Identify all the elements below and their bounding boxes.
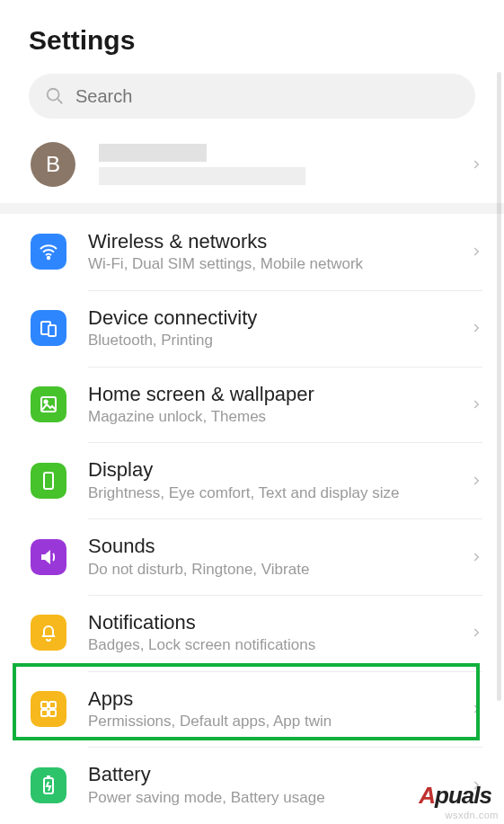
search-icon <box>45 86 65 106</box>
chevron-right-icon <box>470 471 482 491</box>
item-subtitle: Magazine unlock, Themes <box>88 408 470 426</box>
account-text <box>99 144 470 185</box>
item-title: Display <box>88 458 470 482</box>
settings-list: Wireless & networks Wi-Fi, Dual SIM sett… <box>0 214 504 823</box>
item-text: Home screen & wallpaper Magazine unlock,… <box>88 383 470 427</box>
svg-line-1 <box>57 99 62 103</box>
svg-rect-12 <box>49 710 56 716</box>
devices-icon <box>31 310 66 346</box>
chevron-right-icon <box>470 623 482 642</box>
item-notifications[interactable]: Notifications Badges, Lock screen notifi… <box>0 595 504 671</box>
item-text: Notifications Badges, Lock screen notifi… <box>88 611 470 655</box>
settings-screen: Settings B Wireless & networks Wi-Fi, Du… <box>0 0 504 824</box>
search-field[interactable] <box>29 74 475 119</box>
svg-rect-7 <box>44 473 53 489</box>
item-subtitle: Do not disturb, Ringtone, Vibrate <box>88 561 470 579</box>
item-subtitle: Permissions, Default apps, App twin <box>88 713 470 731</box>
svg-point-2 <box>48 257 49 259</box>
item-device-connectivity[interactable]: Device connectivity Bluetooth, Printing <box>0 290 504 367</box>
account-name-redacted <box>99 144 207 162</box>
item-title: Notifications <box>88 611 470 634</box>
svg-rect-9 <box>41 702 48 708</box>
apps-icon <box>31 691 66 727</box>
item-title: Home screen & wallpaper <box>88 383 470 406</box>
brand-watermark: Apuals <box>419 782 491 810</box>
item-text: Wireless & networks Wi-Fi, Dual SIM sett… <box>88 230 470 274</box>
item-apps[interactable]: Apps Permissions, Default apps, App twin <box>0 671 504 748</box>
item-title: Apps <box>88 687 470 711</box>
source-watermark: wsxdn.com <box>445 810 499 820</box>
wifi-icon <box>31 234 66 270</box>
wallpaper-icon <box>31 386 66 422</box>
chevron-right-icon <box>470 242 482 261</box>
item-title: Wireless & networks <box>88 230 470 253</box>
chevron-right-icon <box>470 547 482 567</box>
item-subtitle: Wi-Fi, Dual SIM settings, Mobile network <box>88 255 470 273</box>
item-title: Battery <box>88 763 470 786</box>
item-sounds[interactable]: Sounds Do not disturb, Ringtone, Vibrate <box>0 518 504 595</box>
item-home-screen-wallpaper[interactable]: Home screen & wallpaper Magazine unlock,… <box>0 367 504 443</box>
item-title: Device connectivity <box>88 306 470 330</box>
item-text: Sounds Do not disturb, Ringtone, Vibrate <box>88 535 470 579</box>
avatar: B <box>31 142 75 187</box>
display-icon <box>31 463 66 499</box>
search-row <box>0 66 504 131</box>
item-text: Apps Permissions, Default apps, App twin <box>88 687 470 731</box>
header: Settings <box>0 0 504 66</box>
item-title: Sounds <box>88 535 470 558</box>
sound-icon <box>31 539 66 575</box>
chevron-right-icon <box>470 699 482 719</box>
item-text: Battery Power saving mode, Battery usage <box>88 763 470 807</box>
item-subtitle: Brightness, Eye comfort, Text and displa… <box>88 484 470 502</box>
item-subtitle: Power saving mode, Battery usage <box>88 789 470 807</box>
chevron-right-icon <box>470 155 482 174</box>
item-text: Display Brightness, Eye comfort, Text an… <box>88 458 470 502</box>
page-title: Settings <box>29 25 475 56</box>
chevron-right-icon <box>470 318 482 338</box>
svg-point-6 <box>44 400 47 403</box>
svg-point-0 <box>48 89 59 101</box>
item-text: Device connectivity Bluetooth, Printing <box>88 306 470 350</box>
item-display[interactable]: Display Brightness, Eye comfort, Text an… <box>0 442 504 518</box>
battery-icon <box>31 767 66 803</box>
item-subtitle: Badges, Lock screen notifications <box>88 636 470 654</box>
svg-rect-11 <box>41 710 48 716</box>
item-wireless-networks[interactable]: Wireless & networks Wi-Fi, Dual SIM sett… <box>0 214 504 290</box>
search-input[interactable] <box>75 86 459 107</box>
svg-rect-4 <box>49 325 56 336</box>
svg-rect-10 <box>49 702 56 708</box>
account-row[interactable]: B <box>0 131 504 214</box>
chevron-right-icon <box>470 394 482 414</box>
bell-icon <box>31 615 66 651</box>
scrollbar[interactable] <box>497 72 501 701</box>
item-subtitle: Bluetooth, Printing <box>88 332 470 350</box>
account-detail-redacted <box>99 167 305 185</box>
